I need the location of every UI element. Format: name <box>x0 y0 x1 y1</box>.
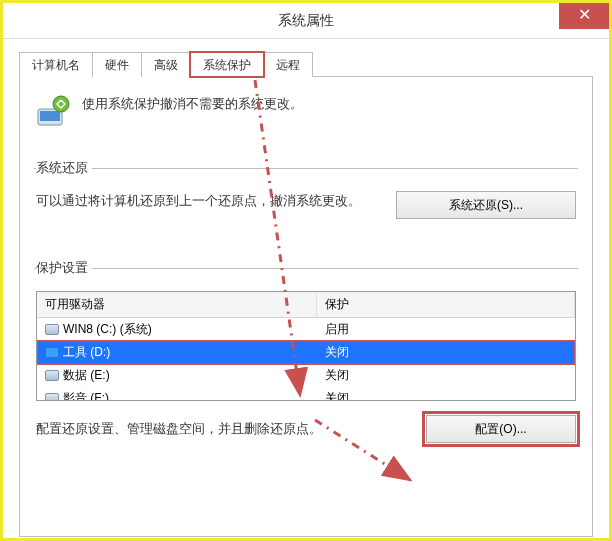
drive-status: 关闭 <box>317 341 575 364</box>
close-button[interactable]: ✕ <box>559 3 609 29</box>
tab-system-protection[interactable]: 系统保护 <box>190 52 264 77</box>
shield-icon <box>34 93 70 129</box>
drive-row[interactable]: 影音 (F:) 关闭 <box>37 387 575 401</box>
drive-row[interactable]: 工具 (D:) 关闭 <box>37 341 575 364</box>
configure-button[interactable]: 配置(O)... <box>426 415 576 443</box>
close-icon: ✕ <box>578 6 591 23</box>
drive-icon <box>45 324 59 335</box>
drive-name: 影音 (F:) <box>63 390 109 401</box>
tabstrip: 计算机名 硬件 高级 系统保护 远程 <box>19 51 593 77</box>
drive-icon <box>45 347 59 358</box>
drive-icon <box>45 370 59 381</box>
system-restore-button[interactable]: 系统还原(S)... <box>396 191 576 219</box>
header-status: 保护 <box>317 292 575 317</box>
content-area: 计算机名 硬件 高级 系统保护 远程 使用系统保护撤消不需要的系统更改。 系统还… <box>3 39 609 537</box>
protection-settings-legend: 保护设置 <box>36 259 92 277</box>
intro-row: 使用系统保护撤消不需要的系统更改。 <box>34 93 578 129</box>
drive-status: 关闭 <box>317 387 575 401</box>
drive-status: 关闭 <box>317 364 575 387</box>
drive-list-header: 可用驱动器 保护 <box>37 292 575 318</box>
tab-computer-name[interactable]: 计算机名 <box>19 52 93 77</box>
system-properties-window: 系统属性 ✕ 计算机名 硬件 高级 系统保护 远程 使用系统保护撤消不需要的系统… <box>0 0 612 541</box>
system-restore-text: 可以通过将计算机还原到上一个还原点，撤消系统更改。 <box>36 191 380 211</box>
svg-rect-1 <box>40 111 60 121</box>
drive-name: 工具 (D:) <box>63 344 110 361</box>
tab-advanced[interactable]: 高级 <box>141 52 191 77</box>
drive-icon <box>45 393 59 401</box>
tab-hardware[interactable]: 硬件 <box>92 52 142 77</box>
drive-name: WIN8 (C:) (系统) <box>63 321 152 338</box>
svg-point-2 <box>53 96 69 112</box>
system-restore-section: 系统还原 可以通过将计算机还原到上一个还原点，撤消系统更改。 系统还原(S)..… <box>34 159 578 219</box>
window-title: 系统属性 <box>278 12 334 30</box>
system-restore-legend: 系统还原 <box>36 159 92 177</box>
tab-panel: 使用系统保护撤消不需要的系统更改。 系统还原 可以通过将计算机还原到上一个还原点… <box>19 77 593 537</box>
drive-status: 启用 <box>317 318 575 341</box>
protection-settings-section: 保护设置 可用驱动器 保护 WIN8 (C:) (系统) 启用 工具 (D:) … <box>34 259 578 443</box>
titlebar: 系统属性 ✕ <box>3 3 609 39</box>
configure-row: 配置还原设置、管理磁盘空间，并且删除还原点。 配置(O)... <box>36 415 576 443</box>
configure-text: 配置还原设置、管理磁盘空间，并且删除还原点。 <box>36 420 322 438</box>
header-drive: 可用驱动器 <box>37 292 317 317</box>
drive-row[interactable]: WIN8 (C:) (系统) 启用 <box>37 318 575 341</box>
drive-list[interactable]: 可用驱动器 保护 WIN8 (C:) (系统) 启用 工具 (D:) 关闭 数据… <box>36 291 576 401</box>
tab-remote[interactable]: 远程 <box>263 52 313 77</box>
drive-name: 数据 (E:) <box>63 367 110 384</box>
intro-text: 使用系统保护撤消不需要的系统更改。 <box>82 93 303 113</box>
drive-row[interactable]: 数据 (E:) 关闭 <box>37 364 575 387</box>
